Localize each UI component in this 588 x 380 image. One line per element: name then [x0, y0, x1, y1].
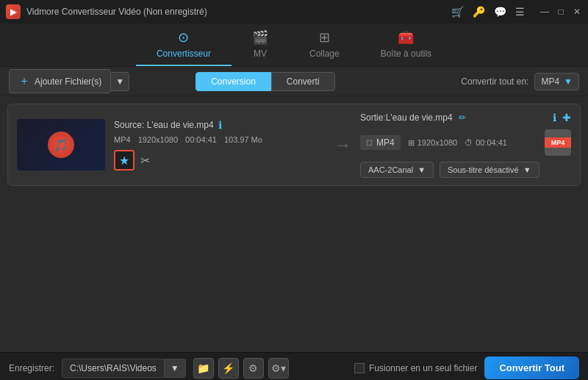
tab-boite[interactable]: 🧰 Boîte à outils	[360, 24, 452, 66]
merge-label-text: Fusionner en un seul fichier	[369, 363, 477, 373]
bottombar: Enregistrer: C:\Users\RAIS\Videos ▼ 📁 ⚡ …	[0, 352, 588, 380]
file-format: MP4	[114, 135, 131, 144]
subtitle-select[interactable]: Sous-titre désactivé ▼	[440, 162, 539, 178]
output-resolution: ⊞ 1920x1080	[408, 138, 457, 148]
convert-button[interactable]: Convertir Tout	[484, 356, 579, 379]
file-info: Source: L'eau de vie.mp4 ℹ MP4 1920x1080…	[114, 119, 325, 171]
file-actions: ★ ✂	[114, 150, 325, 171]
output-actions: ℹ ✚	[553, 112, 571, 123]
tab-collage-label: Collage	[309, 49, 340, 59]
audio-dropdown-icon: ▼	[417, 165, 426, 174]
clock-icon: ⏱	[465, 138, 473, 147]
format-value: MP4	[541, 76, 559, 87]
tab-collage[interactable]: ⊞ Collage	[289, 24, 360, 66]
output-duration-value: 00:04:41	[476, 138, 507, 147]
file-duration: 00:04:41	[185, 135, 217, 144]
tab-conversion[interactable]: Conversion	[196, 72, 271, 91]
bottom-icons: 📁 ⚡ ⚙ ⚙▾	[193, 358, 289, 379]
audio-select[interactable]: AAC-2Canal ▼	[360, 162, 434, 178]
output-header: Sortie:L'eau de vie.mp4 ✏ ℹ ✚	[360, 112, 571, 123]
file-card: 🎵 Source: L'eau de vie.mp4 ℹ MP4 1920x10…	[7, 104, 581, 186]
output-label: Sortie:L'eau de vie.mp4	[360, 112, 453, 123]
convertall-label: Convertir tout en:	[461, 76, 528, 87]
chat-icon[interactable]: 💬	[494, 6, 506, 18]
output-duration: ⏱ 00:04:41	[465, 138, 507, 147]
nav-tabs: ⊙ Convertisseur 🎬 MV ⊞ Collage 🧰 Boîte à…	[0, 24, 588, 67]
titlebar: ▶ Vidmore Convertisseur Vidéo (Non enreg…	[0, 0, 588, 24]
toolbar: ＋ Ajouter Fichier(s) ▼ Conversion Conver…	[0, 67, 588, 96]
save-label: Enregistrer:	[9, 363, 54, 373]
tab-mv-label: MV	[254, 49, 267, 59]
cut-icon[interactable]: ✂	[140, 154, 150, 168]
close-button[interactable]: ✕	[572, 7, 582, 17]
more-settings-icon[interactable]: ⚙▾	[268, 358, 289, 379]
add-files-button[interactable]: ＋ Ajouter Fichier(s)	[9, 69, 111, 93]
output-res-value: 1920x1080	[417, 138, 457, 147]
tab-boite-label: Boîte à outils	[381, 49, 431, 59]
format-icon-container[interactable]: MP4	[545, 129, 571, 156]
menu-icon[interactable]: ☰	[515, 6, 525, 18]
file-thumbnail: 🎵	[17, 119, 105, 171]
audio-select-value: AAC-2Canal	[368, 165, 413, 174]
output-section: Sortie:L'eau de vie.mp4 ✏ ℹ ✚ ☐ MP4 ⊞ 19…	[360, 112, 571, 178]
tab-converti[interactable]: Converti	[271, 72, 335, 91]
app-icon: ▶	[6, 4, 21, 19]
file-meta: MP4 1920x1080 00:04:41 103.97 Mo	[114, 135, 325, 144]
output-info-icon[interactable]: ℹ	[553, 112, 556, 123]
minimize-button[interactable]: —	[539, 7, 550, 17]
app-title: Vidmore Convertisseur Vidéo (Non enregis…	[26, 7, 207, 17]
merge-checkbox[interactable]	[354, 363, 365, 373]
folder-icon[interactable]: 📁	[193, 358, 214, 379]
settings-icon[interactable]: ⚙	[243, 358, 264, 379]
star-button[interactable]: ★	[114, 150, 135, 171]
tab-mv[interactable]: 🎬 MV	[232, 24, 289, 66]
arrow-icon: →	[334, 135, 351, 155]
output-format-value: MP4	[376, 137, 395, 148]
maximize-button[interactable]: □	[556, 7, 566, 17]
file-size: 103.97 Mo	[224, 135, 262, 144]
merge-label: Fusionner en un seul fichier	[354, 363, 477, 373]
format-checkbox-icon: ☐	[366, 139, 373, 147]
boite-icon: 🧰	[398, 29, 414, 46]
grid-icon: ⊞	[408, 138, 415, 148]
output-format: ☐ MP4	[360, 135, 401, 150]
thumbnail-play-icon: 🎵	[48, 132, 74, 158]
source-info-icon[interactable]: ℹ	[218, 119, 222, 131]
subtitle-dropdown-icon: ▼	[523, 165, 531, 174]
format-icon-box: MP4	[545, 129, 571, 156]
source-label: Source: L'eau de vie.mp4	[114, 120, 214, 130]
file-resolution: 1920x1080	[138, 135, 178, 144]
main-content: 🎵 Source: L'eau de vie.mp4 ℹ MP4 1920x10…	[0, 96, 588, 352]
output-add-icon[interactable]: ✚	[562, 112, 571, 123]
dropdowns-row: AAC-2Canal ▼ Sous-titre désactivé ▼	[360, 162, 571, 178]
tab-convertisseur[interactable]: ⊙ Convertisseur	[136, 24, 232, 66]
convertisseur-icon: ⊙	[178, 29, 189, 46]
format-arrow-icon: ▼	[564, 76, 573, 87]
key-icon[interactable]: 🔑	[473, 6, 485, 18]
plus-icon: ＋	[18, 74, 30, 89]
content-tabs: Conversion Converti	[196, 72, 334, 91]
flash-icon[interactable]: ⚡	[218, 358, 239, 379]
add-files-label: Ajouter Fichier(s)	[35, 76, 101, 87]
output-edit-icon[interactable]: ✏	[459, 112, 466, 123]
output-meta: ☐ MP4 ⊞ 1920x1080 ⏱ 00:04:41 MP4	[360, 129, 571, 156]
save-path-dropdown[interactable]: ▼	[165, 359, 186, 378]
format-select[interactable]: MP4 ▼	[534, 73, 579, 90]
add-files-dropdown[interactable]: ▼	[111, 72, 129, 91]
tab-convertisseur-label: Convertisseur	[157, 49, 211, 59]
subtitle-select-value: Sous-titre désactivé	[448, 165, 519, 174]
shop-icon[interactable]: 🛒	[451, 6, 464, 18]
save-path[interactable]: C:\Users\RAIS\Videos	[62, 359, 165, 378]
file-source: Source: L'eau de vie.mp4 ℹ	[114, 119, 325, 131]
collage-icon: ⊞	[319, 29, 330, 46]
format-icon-label: MP4	[545, 137, 571, 148]
mv-icon: 🎬	[252, 29, 268, 46]
